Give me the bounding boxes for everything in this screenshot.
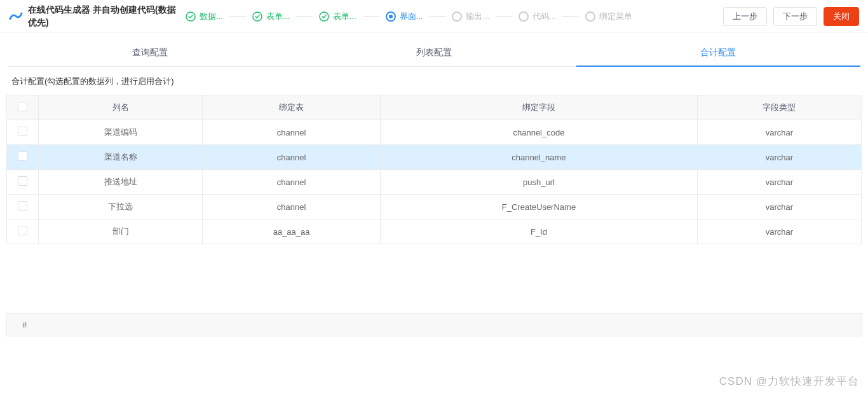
col-field: push_url: [381, 170, 698, 195]
circle-icon: [585, 11, 595, 22]
step-separator: [562, 16, 579, 17]
next-button[interactable]: 下一步: [773, 7, 817, 26]
table-row[interactable]: 下拉选channelF_CreateUserNamevarchar: [7, 195, 862, 219]
col-table: channel: [203, 195, 381, 219]
step-label: 界面...: [400, 11, 423, 22]
content-area: 查询配置列表配置合计配置 合计配置(勾选配置的数据列，进行启用合计) 列名绑定表…: [0, 33, 868, 343]
col-name: 推送地址: [39, 170, 203, 195]
row-checkbox-cell: [7, 195, 39, 219]
row-checkbox[interactable]: [18, 151, 27, 161]
check-circle-icon: [186, 11, 196, 22]
table-row[interactable]: 渠道名称channelchannel_namevarchar: [7, 145, 862, 170]
footer-bar: #: [6, 313, 862, 336]
tab-item[interactable]: 查询配置: [8, 39, 292, 66]
column-header: 列名: [39, 95, 203, 120]
col-name: 下拉选: [39, 195, 203, 219]
step-label: 绑定菜单: [599, 11, 632, 22]
col-name: 渠道名称: [39, 145, 203, 170]
circle-icon: [452, 11, 462, 22]
wizard-step[interactable]: 表单...: [319, 11, 356, 22]
header-checkbox-cell: [7, 95, 39, 120]
watermark-text: CSDN @力软快速开发平台: [719, 374, 859, 389]
section-title: 合计配置(勾选配置的数据列，进行启用合计): [6, 67, 862, 95]
step-separator: [429, 16, 445, 17]
wizard-step[interactable]: 数据...: [186, 11, 223, 22]
column-header: 绑定表: [203, 95, 381, 120]
step-label: 表单...: [266, 11, 290, 22]
circle-icon: [519, 11, 529, 22]
tab-item[interactable]: 列表配置: [292, 39, 576, 66]
app-logo-icon: [9, 12, 23, 21]
row-checkbox-cell: [7, 145, 39, 170]
step-separator: [363, 16, 379, 17]
col-field: F_CreateUserName: [381, 195, 698, 219]
row-checkbox[interactable]: [18, 226, 27, 235]
column-header: 字段类型: [697, 95, 861, 120]
row-checkbox[interactable]: [18, 127, 27, 136]
wizard-step[interactable]: 界面...: [386, 11, 423, 22]
table-row[interactable]: 渠道编码channelchannel_codevarchar: [7, 120, 862, 145]
col-field: F_Id: [381, 219, 698, 244]
step-separator: [296, 16, 313, 17]
col-type: varchar: [697, 219, 861, 244]
row-checkbox-cell: [7, 120, 39, 145]
row-checkbox[interactable]: [18, 201, 27, 211]
row-checkbox-cell: [7, 170, 39, 195]
col-field: channel_name: [381, 145, 698, 170]
step-label: 数据...: [200, 11, 223, 22]
col-table: channel: [203, 120, 381, 145]
step-label: 输出...: [466, 11, 489, 22]
row-checkbox-cell: [7, 219, 39, 244]
col-type: varchar: [697, 145, 861, 170]
col-table: channel: [203, 170, 381, 195]
row-checkbox[interactable]: [18, 176, 27, 186]
step-label: 表单...: [333, 11, 356, 22]
wizard-step[interactable]: 绑定菜单: [585, 11, 632, 22]
col-table: aa_aa_aa: [203, 219, 381, 244]
col-type: varchar: [697, 195, 861, 219]
wizard-step[interactable]: 代码...: [519, 11, 556, 22]
config-tabs: 查询配置列表配置合计配置: [8, 39, 860, 67]
check-circle-icon: [252, 11, 262, 22]
page-header: 在线代码生成器 并自动创建代码(数据优先) 数据...表单...表单...界面.…: [0, 0, 868, 33]
col-field: channel_code: [381, 120, 698, 145]
wizard-steps: 数据...表单...表单...界面...输出...代码...绑定菜单: [180, 11, 717, 22]
circle-icon: [386, 11, 396, 22]
header-actions: 上一步 下一步 关闭: [723, 7, 859, 26]
column-header: 绑定字段: [381, 95, 698, 120]
wizard-step[interactable]: 输出...: [452, 11, 489, 22]
col-type: varchar: [697, 170, 861, 195]
col-table: channel: [203, 145, 381, 170]
check-circle-icon: [319, 11, 329, 22]
table-row[interactable]: 推送地址channelpush_urlvarchar: [7, 170, 862, 195]
config-table: 列名绑定表绑定字段字段类型 渠道编码channelchannel_codevar…: [6, 95, 862, 244]
col-type: varchar: [697, 120, 861, 145]
close-button[interactable]: 关闭: [824, 7, 859, 26]
step-separator: [496, 16, 512, 17]
col-name: 渠道编码: [39, 120, 203, 145]
tab-active[interactable]: 合计配置: [576, 39, 860, 66]
table-row[interactable]: 部门aa_aa_aaF_Idvarchar: [7, 219, 862, 244]
step-label: 代码...: [532, 11, 556, 22]
prev-button[interactable]: 上一步: [723, 7, 767, 26]
col-name: 部门: [39, 219, 203, 244]
select-all-checkbox[interactable]: [18, 102, 27, 111]
step-separator: [229, 16, 246, 17]
wizard-step[interactable]: 表单...: [252, 11, 290, 22]
page-title: 在线代码生成器 并自动创建代码(数据优先): [28, 4, 180, 29]
